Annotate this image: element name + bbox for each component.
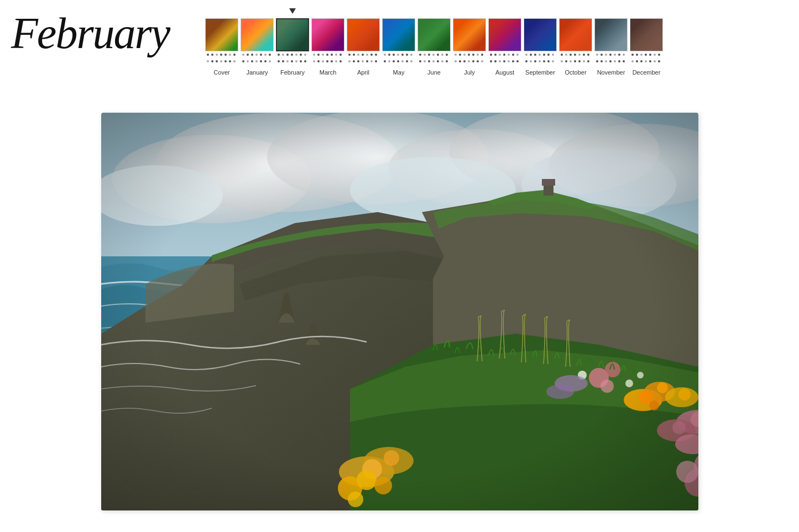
calendar-dot (623, 60, 625, 62)
calendar-dot (636, 60, 638, 62)
thumbnail-scene-june (418, 19, 450, 51)
calendar-dot (295, 60, 297, 62)
calendar-dot (304, 60, 306, 62)
calendar-dot (340, 54, 342, 56)
thumbnail-dots-january (241, 51, 274, 68)
calendar-dot (220, 54, 222, 56)
thumbnail-label-june: June (427, 69, 441, 76)
calendar-dot (512, 54, 514, 56)
calendar-dot (609, 60, 612, 62)
thumbnail-item-november[interactable]: November (594, 18, 628, 76)
calendar-dot (370, 60, 373, 62)
calendar-dot (322, 54, 324, 56)
calendar-dot (401, 60, 404, 62)
thumbnail-item-june[interactable]: June (417, 18, 451, 76)
calendar-dot (481, 60, 483, 62)
thumbnail-dots-february (276, 51, 309, 68)
thumbnail-dots-april (347, 51, 380, 68)
calendar-dot (322, 60, 324, 62)
calendar-dot (534, 60, 536, 62)
calendar-dot (565, 60, 567, 62)
calendar-dot (370, 54, 373, 56)
calendar-dot (583, 60, 585, 62)
calendar-dot (508, 60, 510, 62)
calendar-dot (393, 54, 395, 56)
calendar-dot (446, 54, 448, 56)
calendar-dot (424, 54, 426, 56)
thumbnail-dots-august (488, 51, 521, 68)
thumbnail-item-april[interactable]: April (346, 18, 380, 76)
calendar-dot (605, 54, 607, 56)
thumbnail-dots-december (630, 51, 663, 68)
calendar-dot (419, 54, 421, 56)
calendar-dot (600, 54, 603, 56)
calendar-dot (570, 60, 572, 62)
calendar-dot (331, 60, 333, 62)
month-title-text: February (11, 9, 169, 57)
thumbnail-scene-august (489, 19, 521, 51)
calendar-dot (654, 60, 656, 62)
calendar-dot (357, 60, 359, 62)
calendar-dot (229, 54, 231, 56)
cliffs-scene-svg (101, 113, 698, 510)
calendar-dot (419, 60, 421, 62)
calendar-dot (631, 54, 634, 56)
thumbnail-image-january (241, 18, 274, 51)
calendar-dot (539, 54, 541, 56)
calendar-dot (410, 60, 412, 62)
calendar-dot (362, 60, 364, 62)
calendar-dot (348, 54, 351, 56)
calendar-dot (300, 54, 302, 56)
calendar-dot (393, 60, 395, 62)
calendar-dot (614, 60, 616, 62)
thumbnail-item-september[interactable]: September (523, 18, 557, 76)
calendar-dot (512, 60, 514, 62)
thumbnail-item-october[interactable]: October (558, 18, 593, 76)
calendar-dot (530, 60, 532, 62)
thumbnail-item-august[interactable]: August (488, 18, 522, 76)
thumbnail-item-february[interactable]: February (275, 18, 310, 76)
calendar-dot (600, 60, 603, 62)
calendar-dot (260, 60, 262, 62)
thumbnail-scene-april (347, 19, 379, 51)
calendar-dot (499, 60, 501, 62)
calendar-dot (286, 60, 289, 62)
calendar-dot (295, 54, 297, 56)
thumbnail-scene-january (241, 19, 273, 51)
thumbnail-scene-july (453, 19, 485, 51)
calendar-dot (282, 54, 284, 56)
thumbnail-dots-may (382, 51, 415, 68)
calendar-dot (357, 54, 359, 56)
calendar-dot (317, 60, 320, 62)
calendar-dot (282, 60, 284, 62)
thumbnail-scene-november (595, 19, 627, 51)
thumbnail-item-cover[interactable]: Cover (205, 18, 239, 76)
thumbnail-image-december (630, 18, 663, 51)
calendar-dot (605, 60, 607, 62)
calendar-dot (658, 54, 660, 56)
calendar-dot (335, 60, 337, 62)
thumbnail-item-may[interactable]: May (382, 18, 416, 76)
calendar-dot (455, 54, 457, 56)
thumbnail-scene-may (383, 19, 415, 51)
calendar-dot (463, 60, 466, 62)
calendar-dot (326, 60, 328, 62)
thumbnail-item-december[interactable]: December (629, 18, 664, 76)
calendar-dot (388, 60, 390, 62)
calendar-dot (472, 60, 474, 62)
thumbnail-item-july[interactable]: July (452, 18, 487, 76)
calendar-dot (574, 54, 576, 56)
thumbnails-row: CoverJanuaryFebruaryMarchAprilMayJuneJul… (205, 18, 788, 76)
calendar-dot (543, 60, 545, 62)
arrow-indicator (205, 8, 788, 17)
thumbnail-item-march[interactable]: March (311, 18, 345, 76)
thumbnail-dots-cover (205, 51, 238, 68)
calendar-dot (269, 54, 271, 56)
thumbnail-item-january[interactable]: January (240, 18, 274, 76)
calendar-dot (468, 54, 470, 56)
top-bar: February CoverJanuaryFebruaryMarchAprilM… (0, 0, 799, 102)
calendar-dot (207, 60, 209, 62)
calendar-dot (317, 54, 320, 56)
calendar-dot (455, 60, 457, 62)
thumbnail-scene-march (312, 19, 344, 51)
